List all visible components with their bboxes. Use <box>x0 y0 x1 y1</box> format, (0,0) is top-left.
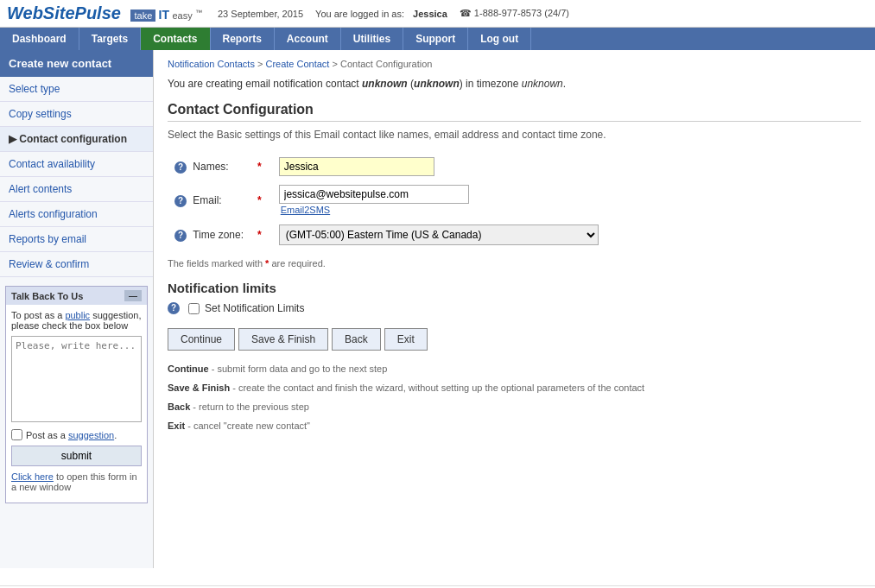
names-help-icon-cell: ? Names: <box>168 153 250 180</box>
exit-desc-text: - cancel "create new contact" <box>187 420 310 431</box>
logo-easy: easy <box>172 10 192 21</box>
talkback-textarea[interactable] <box>11 336 142 422</box>
continue-desc-text: - submit form data and go to the next st… <box>212 364 388 374</box>
logo-take: take <box>130 9 155 22</box>
sidebar-item-contact-availability[interactable]: Contact availability <box>0 152 153 177</box>
back-button[interactable]: Back <box>332 328 381 351</box>
save-finish-desc-label: Save & Finish <box>168 383 230 393</box>
talkback-panel: Talk Back To Us — To post as a public su… <box>5 286 148 503</box>
talkback-body: To post as a public suggestion, please c… <box>6 305 147 503</box>
nav-contacts[interactable]: Contacts <box>141 28 210 50</box>
notif-limits-label: Set Notification Limits <box>205 302 304 314</box>
email-label: Email: <box>193 194 221 206</box>
nav-support[interactable]: Support <box>403 28 468 50</box>
required-note: The fields marked with * are required. <box>168 258 861 269</box>
nav-account[interactable]: Account <box>275 28 341 50</box>
info-timezone: unknown <box>522 78 563 90</box>
info-line: You are creating email notification cont… <box>168 78 861 90</box>
nav-utilities[interactable]: Utilities <box>341 28 403 50</box>
back-desc-line: Back - return to the previous step <box>168 397 861 416</box>
info-contact-name: unknown <box>362 78 408 90</box>
breadcrumb-notification-contacts[interactable]: Notification Contacts <box>168 59 255 69</box>
sidebar-title: Create new contact <box>0 50 153 77</box>
talkback-click-here-link[interactable]: Click here <box>11 471 54 482</box>
email-help-icon: ? <box>174 195 187 207</box>
names-input[interactable] <box>279 157 434 176</box>
notif-help-icon: ? <box>168 302 180 314</box>
sidebar-nav: Select type Copy settings ▶ Contact conf… <box>0 77 153 277</box>
names-input-cell <box>272 153 606 180</box>
talkback-post-label: Post as a suggestion. <box>26 430 117 440</box>
logo-tagline: take IT easy ™ <box>130 9 202 22</box>
logo: WebSitePulse take IT easy ™ <box>7 3 202 23</box>
talkback-submit-button[interactable]: submit <box>11 446 142 466</box>
timezone-select[interactable]: (GMT-12:00) International Date Line West… <box>279 224 599 245</box>
nav-reports[interactable]: Reports <box>211 28 275 50</box>
section-desc: Select the Basic settings of this Email … <box>168 129 861 141</box>
timezone-row: ? Time zone: * (GMT-12:00) International… <box>168 220 606 250</box>
main-nav: Dashboard Targets Contacts Reports Accou… <box>0 28 875 50</box>
notif-limits-checkbox[interactable] <box>188 303 200 314</box>
info-contact-name2: unknown <box>414 78 460 90</box>
talkback-suggestion-link[interactable]: suggestion <box>68 430 114 440</box>
talkback-checkbox-row: Post as a suggestion. <box>11 429 142 440</box>
names-row: ? Names: * <box>168 153 606 180</box>
breadcrumb-contact-configuration: Contact Configuration <box>340 59 432 69</box>
save-finish-desc-text: - create the contact and finish the wiza… <box>232 383 644 393</box>
exit-button[interactable]: Exit <box>384 328 428 351</box>
sidebar: Create new contact Select type Copy sett… <box>0 50 154 568</box>
email-help-icon-cell: ? Email: <box>168 180 250 220</box>
nav-logout[interactable]: Log out <box>468 28 531 50</box>
breadcrumb: Notification Contacts > Create Contact >… <box>168 59 861 69</box>
talkback-header: Talk Back To Us — <box>6 287 147 305</box>
breadcrumb-sep1: > <box>257 59 265 69</box>
exit-desc-line: Exit - cancel "create new contact" <box>168 416 861 435</box>
email-required-star: * <box>257 194 262 206</box>
talkback-post-checkbox[interactable] <box>11 429 22 440</box>
notification-limits-title: Notification limits <box>168 281 861 295</box>
save-finish-desc-line: Save & Finish - create the contact and f… <box>168 378 861 397</box>
talkback-title: Talk Back To Us <box>11 291 83 301</box>
section-title: Contact Configuration <box>168 102 861 122</box>
header-logged-prefix: You are logged in as: <box>315 9 404 19</box>
sidebar-item-contact-configuration[interactable]: ▶ Contact configuration <box>0 127 153 152</box>
email-row: ? Email: * Email2SMS <box>168 180 606 220</box>
logo-websitepulse: WebSitePulse <box>7 3 125 22</box>
email2sms-link[interactable]: Email2SMS <box>281 205 330 215</box>
names-label: Names: <box>193 161 228 173</box>
notification-limits-row: ? Set Notification Limits <box>168 302 861 314</box>
sidebar-item-select-type[interactable]: Select type <box>0 77 153 102</box>
talkback-body-text: To post as a public suggestion, please c… <box>11 310 142 331</box>
button-descriptions: Continue - submit form data and go to th… <box>168 359 861 435</box>
names-required-star: * <box>257 161 262 173</box>
save-finish-button[interactable]: Save & Finish <box>238 328 328 351</box>
sidebar-item-review-confirm[interactable]: Review & confirm <box>0 252 153 277</box>
sidebar-item-reports-by-email[interactable]: Reports by email <box>0 227 153 252</box>
timezone-required-cell: * <box>250 220 272 250</box>
continue-button[interactable]: Continue <box>168 328 235 351</box>
nav-dashboard[interactable]: Dashboard <box>0 28 79 50</box>
timezone-required-star: * <box>257 229 262 241</box>
timezone-select-cell: (GMT-12:00) International Date Line West… <box>272 220 606 250</box>
timezone-help-icon-cell: ? Time zone: <box>168 220 250 250</box>
sidebar-item-alerts-configuration[interactable]: Alerts configuration <box>0 202 153 227</box>
breadcrumb-create-contact[interactable]: Create Contact <box>265 59 329 69</box>
nav-targets[interactable]: Targets <box>79 28 141 50</box>
email-input-cell: Email2SMS <box>272 180 606 220</box>
layout: Create new contact Select type Copy sett… <box>0 50 875 568</box>
email-required-cell: * <box>250 180 272 220</box>
timezone-help-icon: ? <box>174 230 187 242</box>
talkback-click-text: Click here to open this form in a new wi… <box>11 471 142 492</box>
logo-it: IT <box>159 8 169 22</box>
sidebar-item-alert-contents[interactable]: Alert contents <box>0 177 153 202</box>
email-input[interactable] <box>279 185 469 204</box>
talkback-public-link[interactable]: public <box>65 310 90 320</box>
main-content: Notification Contacts > Create Contact >… <box>154 50 875 568</box>
header-phone: ☎ 1-888-977-8573 (24/7) <box>460 8 569 19</box>
contact-form: ? Names: * ? Email: * <box>168 153 606 250</box>
action-buttons: Continue Save & Finish Back Exit <box>168 328 861 351</box>
continue-desc-label: Continue <box>168 364 209 374</box>
names-help-icon: ? <box>174 161 187 174</box>
talkback-minimize-button[interactable]: — <box>124 290 142 301</box>
sidebar-item-copy-settings[interactable]: Copy settings <box>0 102 153 127</box>
